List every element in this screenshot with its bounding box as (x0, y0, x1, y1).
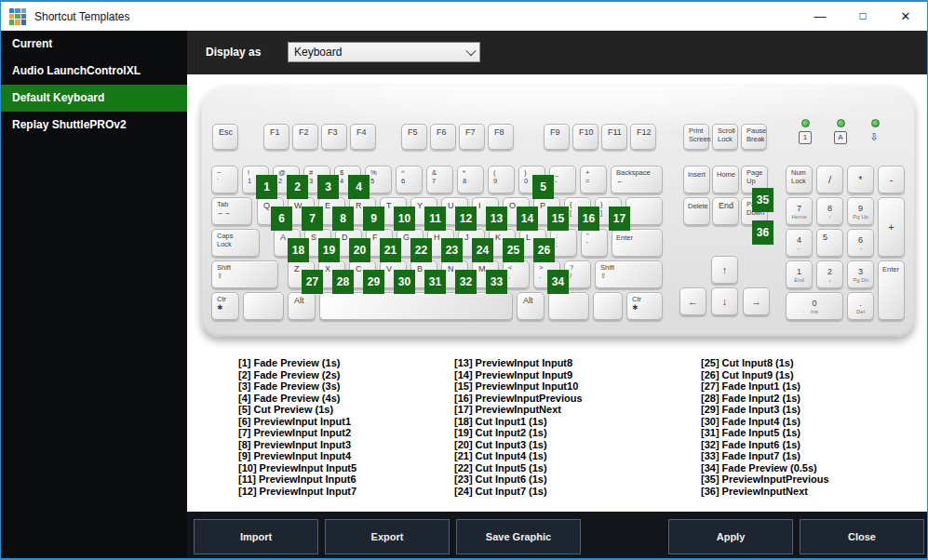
shortcut-badge-10: 10 (394, 207, 415, 231)
sidebar-item-default-keyboard[interactable]: Default Keyboard (1, 85, 187, 112)
key-np-6: 6→ (847, 229, 874, 257)
key-np-enter: Enter (878, 260, 905, 320)
key-f7: F7 (459, 124, 485, 150)
shortcut-badge-18: 18 (288, 238, 309, 262)
key-f10: F10 (572, 124, 598, 150)
led-symbol-1: 1 (799, 131, 812, 144)
legend-item: [2] Fade Preview (2s) (238, 369, 356, 381)
key-quote: "' (581, 229, 608, 257)
key-7: &7 (426, 166, 453, 193)
footer-buttons-bar: ImportExportSave GraphicApplyClose (187, 512, 928, 560)
maximize-button[interactable]: □ (841, 2, 884, 31)
legend-item: [3] Fade Preview (3s) (238, 380, 356, 393)
key-np-1: 1End (786, 260, 813, 288)
key-caps-lock: CapsLock (211, 229, 260, 257)
sidebar-item-audio-launchcontrolxl[interactable]: Audio LaunchControlXL (1, 58, 187, 85)
shortcut-badge-8: 8 (332, 207, 354, 231)
shortcut-badge-25: 25 (503, 238, 524, 262)
import-button[interactable]: Import (194, 519, 318, 554)
legend-item: [19] Cut Input2 (1s) (454, 427, 583, 439)
legend-item: [20] Cut Input3 (1s) (454, 439, 583, 451)
legend-item: [10] PreviewInput Input5 (238, 462, 356, 474)
shortcut-badge-27: 27 (302, 270, 323, 294)
key-f6: F6 (430, 124, 456, 150)
legend-item: [22] Cut Input5 (1s) (454, 462, 583, 474)
key-8: *8 (457, 166, 484, 193)
shortcut-badge-22: 22 (410, 238, 432, 262)
legend-item: [13] PreviewInput Input8 (454, 357, 583, 369)
legend-item: [8] PreviewInput Input3 (238, 439, 356, 451)
key-arrow-right: → (743, 287, 770, 315)
key-np-9: 9Pg Up (847, 197, 874, 225)
legend-item: [27] Fade Input1 (1s) (701, 380, 829, 393)
key-equals: += (580, 166, 607, 193)
key-np-decimal: .Del (847, 292, 874, 320)
key-np-8: 8↑ (816, 197, 843, 225)
shortcut-badge-15: 15 (547, 207, 569, 231)
close-button[interactable]: Close (800, 519, 924, 554)
shortcut-badge-20: 20 (349, 238, 370, 262)
legend-item: [11] PreviewInput Input6 (238, 473, 356, 486)
sidebar-item-replay-shuttleprov2[interactable]: Replay ShuttlePROv2 (1, 112, 187, 139)
key-ctrl-left: Ctr✱ (211, 292, 239, 320)
key-alt-left: Alt (288, 292, 316, 320)
keyboard-graphic: EscF1F2F3F4F5F6F7F8F9F10F11F12PrintScree… (201, 86, 915, 337)
legend-item: [18] Cut Input1 (1s) (454, 416, 583, 428)
key-f12: F12 (630, 124, 656, 150)
shortcut-badge-12: 12 (455, 207, 477, 231)
minimize-button[interactable]: — (799, 2, 841, 31)
key-f5: F5 (401, 124, 427, 150)
shortcut-badge-34: 34 (547, 270, 569, 294)
legend-item: [34] Fade Preview (0.5s) (701, 462, 829, 474)
shortcut-badge-2: 2 (287, 175, 308, 199)
shortcut-badge-30: 30 (394, 270, 415, 294)
legend-item: [5] Cut Preview (1s) (238, 404, 356, 416)
shortcut-badge-11: 11 (424, 207, 446, 231)
key-backspace: Backspace← (611, 166, 663, 193)
legend-item: [28] Fade Input2 (1s) (701, 393, 829, 405)
legend-item: [12] PreviewInput Input7 (238, 486, 356, 498)
titlebar: Shortcut Templates — □ ✕ (1, 2, 927, 31)
display-as-dropdown[interactable]: Keyboard (288, 42, 480, 62)
key-np-7: 7Home (786, 197, 813, 225)
key-f9: F9 (544, 124, 570, 150)
shortcut-badge-36: 36 (752, 220, 773, 245)
key-pause-break: PauseBreak (741, 124, 767, 150)
key-9: (9 (488, 166, 515, 193)
key-np-multiply: * (847, 166, 874, 193)
export-button[interactable]: Export (325, 519, 450, 554)
close-button[interactable]: ✕ (884, 2, 927, 31)
legend-item: [21] Cut Input4 (1s) (454, 450, 583, 462)
key-backslash (625, 197, 663, 225)
legend-item: [6] PreviewInput Input1 (238, 416, 356, 428)
shortcut-badge-32: 32 (455, 270, 477, 294)
shortcut-badge-14: 14 (517, 207, 538, 231)
key-space (319, 292, 513, 320)
key-arrow-left: ← (679, 287, 706, 315)
key-delete: Delete (683, 197, 710, 225)
key-esc: Esc (212, 124, 238, 150)
apply-button[interactable]: Apply (668, 519, 793, 554)
legend-item: [25] Cut Input8 (1s) (701, 357, 829, 369)
shortcut-badge-33: 33 (486, 270, 507, 294)
shortcut-badge-31: 31 (424, 270, 446, 294)
legend-column-2: [13] PreviewInput Input8[14] PreviewInpu… (454, 357, 583, 497)
key-6: ^6 (396, 166, 423, 193)
key-end: End (712, 197, 739, 225)
shortcut-badge-3: 3 (317, 175, 339, 199)
key-np-divide: / (816, 166, 843, 193)
window-title: Shortcut Templates (34, 10, 130, 23)
save-graphic-button[interactable]: Save Graphic (456, 519, 581, 554)
shortcut-badge-7: 7 (302, 207, 323, 231)
key-np-subtract: - (878, 166, 905, 193)
key-f8: F8 (488, 124, 514, 150)
shortcut-badge-4: 4 (348, 175, 370, 199)
led-indicator-2 (837, 119, 845, 127)
legend-item: [26] Cut Input9 (1s) (701, 369, 829, 381)
shortcut-badge-17: 17 (609, 207, 630, 231)
sidebar-item-current[interactable]: Current (1, 31, 187, 58)
key-arrow-up: ↑ (711, 256, 738, 284)
key-shift-right: Shift⇧ (595, 260, 663, 288)
key-blank-3 (593, 292, 623, 320)
display-as-label: Display as (206, 31, 261, 74)
